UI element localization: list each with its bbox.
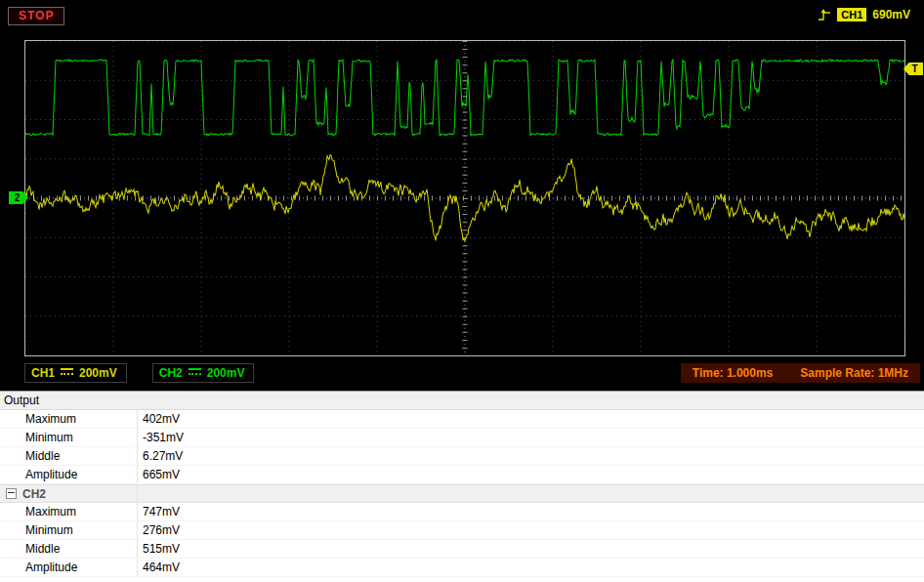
measurement-value: 464mV [138, 559, 180, 576]
measurement-value: 665mV [138, 466, 180, 483]
measurement-value: 402mV [138, 410, 180, 428]
measurement-label: Amplitude [0, 559, 138, 576]
measurement-label: Minimum [0, 429, 138, 446]
measurement-row[interactable]: Middle515mV [0, 540, 924, 559]
measurement-label: Maximum [0, 410, 138, 428]
trigger-info: CH1 690mV [818, 8, 910, 21]
ch1-scale-value: 200mV [79, 366, 117, 380]
measurement-value [138, 485, 143, 502]
oscilloscope-app: STOP CH1 690mV 2 T CH1 200mV CH2 [0, 0, 924, 582]
measurement-value: 276mV [138, 521, 180, 539]
measurement-label: Amplitude [0, 466, 138, 483]
measurement-label: Maximum [0, 503, 138, 520]
collapse-icon[interactable] [6, 488, 17, 499]
measurement-value: 515mV [138, 540, 180, 558]
stop-button[interactable]: STOP [8, 7, 64, 25]
timebase-info: Time: 1.000ms Sample Rate: 1MHz [681, 363, 920, 383]
waveform-display [25, 41, 904, 355]
output-panel: Output Maximum402mVMinimum-351mVMiddle6.… [0, 391, 924, 582]
ch2-scale-box[interactable]: CH2 200mV [152, 363, 255, 383]
ch1-label: CH1 [31, 366, 55, 380]
ch1-scale-box[interactable]: CH1 200mV [24, 363, 127, 383]
measurement-value: -351mV [138, 429, 184, 446]
scope-screen [24, 40, 905, 356]
measurement-label: Middle [0, 540, 138, 558]
output-panel-title: Output [0, 392, 924, 410]
trigger-channel-badge[interactable]: CH1 [837, 8, 866, 21]
measurement-table: Maximum402mVMinimum-351mVMiddle6.27mVAmp… [0, 410, 924, 577]
sample-rate-value: Sample Rate: 1MHz [800, 366, 908, 380]
group-row-ch2[interactable]: CH2 [0, 484, 924, 503]
measurement-row[interactable]: Maximum747mV [0, 503, 924, 521]
scope-status-bar: CH1 200mV CH2 200mV Time: 1.000ms Sample… [24, 361, 920, 385]
measurement-row[interactable]: Minimum276mV [0, 521, 924, 540]
ch2-scale-value: 200mV [207, 366, 245, 380]
measurement-row[interactable]: Minimum-351mV [0, 429, 924, 447]
measurement-value: 6.27mV [138, 447, 183, 465]
measurement-value: 747mV [138, 503, 180, 520]
measurement-label: CH2 [0, 485, 138, 502]
measurement-row[interactable]: Maximum402mV [0, 410, 924, 429]
timebase-value: Time: 1.000ms [693, 366, 774, 380]
trigger-level-value: 690mV [872, 8, 910, 21]
trigger-edge-icon [818, 8, 831, 21]
ch2-label: CH2 [159, 366, 183, 380]
measurement-label: Minimum [0, 521, 138, 539]
dc-coupling-icon [61, 368, 73, 378]
measurement-row[interactable]: Amplitude464mV [0, 559, 924, 577]
scope-area: STOP CH1 690mV 2 T CH1 200mV CH2 [0, 0, 924, 391]
measurement-label: Middle [0, 447, 138, 465]
measurement-row[interactable]: Middle6.27mV [0, 447, 924, 466]
dc-coupling-icon [189, 368, 201, 378]
measurement-row[interactable]: Amplitude665mV [0, 466, 924, 484]
trigger-level-marker[interactable]: T [903, 62, 923, 75]
